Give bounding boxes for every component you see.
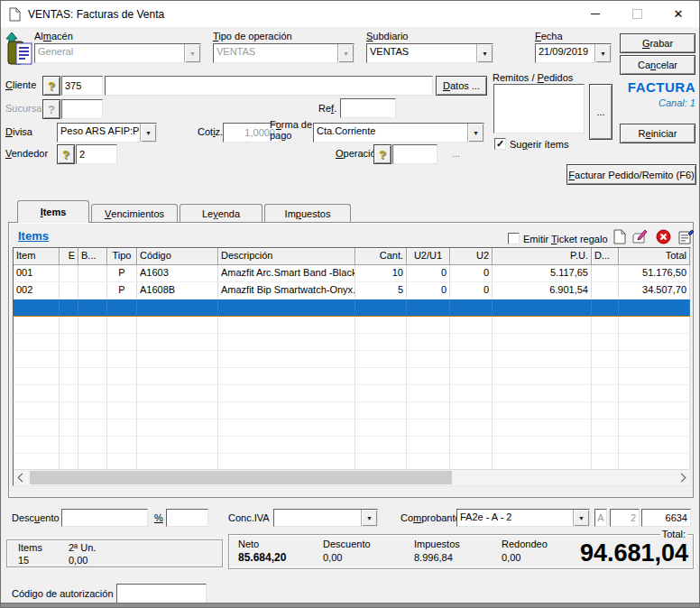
comprobante-select[interactable]: FA2e - A - 2 ▼ [456,509,590,527]
cliente-label: Cliente [5,79,36,90]
table-cell [450,437,493,453]
table-cell [137,437,218,453]
sucursal-input[interactable] [61,99,103,119]
tab-impuestos[interactable]: Impuestos [264,204,351,223]
table-cell [592,368,619,384]
scroll-left-button[interactable] [14,470,29,485]
delete-item-button[interactable] [654,227,672,245]
datos-button[interactable]: Datos ... [436,76,487,96]
header-cell[interactable]: U2/U1 [407,248,450,265]
header-cell[interactable]: Item [14,248,60,265]
table-cell: A1603 [137,265,218,281]
descuento-input[interactable] [61,509,148,527]
tab-leyenda[interactable]: Leyenda [180,204,262,223]
table-cell [592,265,619,281]
header-cell[interactable]: Total [619,248,690,265]
divisa-label: Divisa [5,126,32,137]
scrollbar-thumb[interactable] [30,471,452,484]
items-count-label: Items [18,542,42,553]
table-cell [107,454,137,470]
tab-items[interactable]: Items [17,200,89,223]
table-cell: 0 [450,282,493,299]
header-cell[interactable]: Descripción [218,248,355,265]
table-cell [107,317,137,333]
numero-comprobante-input[interactable] [641,509,691,527]
percent-input[interactable] [166,509,208,527]
table-cell [78,265,107,281]
table-row[interactable] [14,419,690,437]
table-cell [592,385,619,401]
operacion-help-icon[interactable]: ? [373,144,391,164]
header-cell[interactable]: P.U. [493,248,592,265]
reiniciar-button[interactable]: Reiniciar [620,124,695,143]
cliente-name-input[interactable] [105,76,433,96]
tab-vencimientos[interactable]: Vencimientos [91,204,178,223]
sugerir-items-checkbox[interactable]: ✓ [494,138,506,150]
impuestos-label: Impuestos [414,539,460,549]
table-cell [60,265,78,281]
operacion-more-link[interactable]: ... [452,148,460,159]
table-row[interactable] [14,317,690,334]
table-row[interactable] [14,299,690,317]
cliente-code-input[interactable] [61,76,103,96]
ref-input[interactable] [340,98,396,118]
table-cell [493,351,592,367]
minimize-button[interactable] [575,1,616,27]
table-row[interactable] [14,351,690,368]
remitos-listbox[interactable] [493,84,585,134]
table-cell [78,385,107,401]
total-caption: Total: [660,529,687,539]
redondeo-value: 0,00 [502,552,520,563]
table-row[interactable] [14,334,690,351]
close-button[interactable]: ✕ [658,1,699,27]
table-row[interactable] [14,385,690,402]
codigo-autorizacion-label: Código de autorización [12,588,114,599]
grabar-button[interactable]: Grabar [620,33,695,53]
header-cell[interactable]: D... [592,248,619,265]
table-row[interactable]: 002PA1608BAmazfit Bip Smartwatch-Onyx...… [14,282,690,299]
table-cell [107,385,137,401]
header-cell[interactable]: U2 [450,248,493,265]
descuento-label: Descuento [12,512,60,523]
table-cell [78,299,107,316]
header-cell[interactable]: B... [78,248,107,265]
table-cell [355,402,407,419]
divisa-select[interactable]: Peso ARS AFIP:PE ▼ [57,123,157,143]
table-cell [619,419,690,436]
cancelar-button[interactable]: Cancelar [620,55,695,75]
table-row[interactable] [14,368,690,385]
table-cell [407,419,450,436]
vendedor-label: Vendedor [5,148,48,159]
table-row[interactable]: 001PA1603Amazfit Arc.Smart Band -Black10… [14,265,690,282]
table-cell [355,368,407,384]
codigo-autorizacion-input[interactable] [116,584,207,603]
edit-item-button[interactable] [631,227,649,245]
vendedor-input[interactable] [76,144,117,164]
table-cell [592,299,619,316]
items-count-value: 15 [18,555,29,566]
scroll-right-button[interactable] [675,470,690,485]
header-cell[interactable]: Código [137,248,218,265]
table-row[interactable] [14,402,690,419]
new-item-button[interactable] [611,227,629,245]
facturar-pedido-button[interactable]: Facturar Pedido/Remito (F6) [566,164,696,185]
table-row[interactable] [14,437,690,454]
conc-iva-select[interactable]: ▼ [273,509,378,527]
forma-pago-select[interactable]: Cta.Corriente ▼ [313,123,484,143]
table-cell: A1608B [137,282,218,299]
header-cell[interactable]: Cant. [355,248,407,265]
properties-button[interactable] [677,227,695,245]
horizontal-scrollbar[interactable] [14,469,690,485]
cliente-help-icon[interactable]: ? [42,76,60,96]
maximize-button[interactable] [616,1,658,27]
conc-iva-label: Conc.IVA [228,512,270,523]
table-cell [137,334,218,350]
emitir-ticket-checkbox[interactable]: ✓ [508,233,520,244]
vendedor-help-icon[interactable]: ? [57,144,75,164]
operacion-input[interactable] [392,144,438,164]
fecha-select[interactable]: 21/09/2019 ▼ [535,43,612,63]
app-sales-icon [5,31,35,67]
header-cell[interactable]: E [60,248,78,265]
subdiario-select[interactable]: VENTAS ▼ [366,43,493,63]
header-cell[interactable]: Tipo [107,248,137,265]
